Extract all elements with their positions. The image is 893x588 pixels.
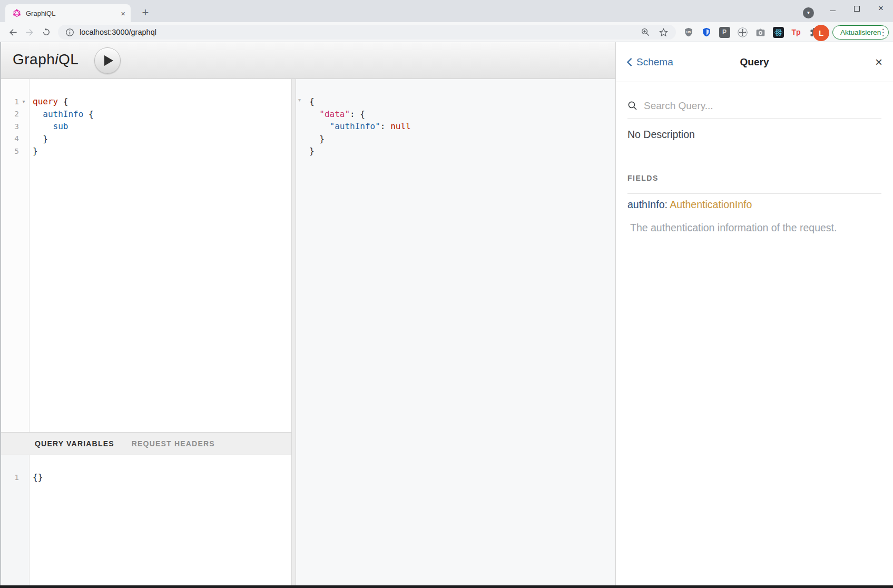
tampermonkey-tp-icon[interactable]: Tp — [790, 26, 802, 38]
screenshot-camera-icon[interactable] — [754, 26, 766, 38]
url-bar[interactable]: localhost:3000/graphql — [58, 25, 676, 40]
doc-explorer-header: Schema Query × — [616, 42, 893, 82]
tab-title: GraphiQL — [26, 9, 121, 17]
p-extension-icon[interactable]: P — [719, 26, 730, 38]
back-icon[interactable] — [6, 26, 19, 38]
reload-icon[interactable] — [40, 26, 53, 38]
field-description: The authentication information of the re… — [630, 222, 881, 234]
page-info-icon[interactable] — [65, 28, 74, 37]
forward-icon[interactable] — [23, 26, 36, 38]
execute-query-button[interactable] — [94, 47, 121, 74]
result-pane: ▾ { "data": { "authInfo": null } } — [296, 79, 615, 585]
window-left-edge — [0, 42, 1, 585]
bookmark-star-icon[interactable] — [659, 27, 669, 37]
graphiql-logo: GraphiQL — [13, 51, 78, 68]
fields-heading: FIELDS — [627, 174, 881, 182]
line-number: 2 — [0, 110, 19, 118]
fold-arrow-icon[interactable]: ▾ — [298, 97, 301, 103]
docs-title: Query — [705, 56, 803, 68]
field-row: authInfo: AuthenticationInfo — [627, 199, 881, 211]
docs-body: No Description FIELDS authInfo: Authenti… — [616, 129, 893, 234]
field-type-link[interactable]: AuthenticationInfo — [670, 199, 752, 210]
svg-text:UD: UD — [686, 31, 691, 34]
type-description: No Description — [627, 129, 881, 141]
line-number: 1 — [0, 473, 19, 482]
new-tab-button[interactable]: + — [138, 5, 153, 20]
play-icon — [104, 55, 113, 66]
zoom-icon[interactable] — [641, 27, 650, 37]
browser-menu-icon[interactable]: ⋮ — [878, 25, 888, 39]
result-json: { "data": { "authInfo": null } } — [309, 95, 411, 158]
docs-close-icon[interactable]: × — [803, 57, 882, 67]
line-number: 5 — [0, 147, 19, 155]
docs-back-link[interactable]: Schema — [626, 56, 705, 68]
line-number: 1 — [0, 97, 19, 106]
chevron-left-icon — [626, 57, 633, 67]
tab-strip: GraphiQL × + ▼ × — [0, 0, 893, 22]
window-controls: × — [820, 0, 893, 17]
react-devtools-icon[interactable] — [772, 26, 784, 38]
move-tool-icon[interactable] — [737, 26, 748, 38]
maximize-button[interactable] — [845, 0, 869, 17]
variables-title-bar: QUERY VARIABLES REQUEST HEADERS — [0, 432, 291, 455]
bitwarden-shield-icon[interactable] — [701, 26, 712, 38]
window-close-button[interactable]: × — [869, 0, 893, 17]
line-number: 4 — [0, 134, 19, 143]
tab-query-variables[interactable]: QUERY VARIABLES — [35, 439, 114, 448]
variables-code[interactable]: {} — [33, 471, 43, 484]
graphql-logo-icon — [13, 9, 21, 17]
search-icon — [627, 101, 637, 111]
browser-window: GraphiQL × + ▼ × localhost:3000/graphql — [0, 0, 893, 588]
browser-toolbar: localhost:3000/graphql UD P — [0, 22, 893, 42]
fold-arrow-icon[interactable]: ▾ — [19, 99, 28, 104]
docs-search-row — [627, 82, 881, 119]
query-editor-pane[interactable]: 1▾ 2 3 4 5 query { authInfo { sub } } QU… — [0, 79, 291, 585]
query-code[interactable]: query { authInfo { sub } } — [33, 95, 94, 158]
url-text[interactable]: localhost:3000/graphql — [80, 28, 632, 36]
graphiql-topbar: GraphiQL Prettify Merge Copy History Sha… — [0, 42, 615, 79]
doc-explorer-panel: Schema Query × No Description FIELDS aut… — [615, 42, 893, 585]
variables-editor[interactable]: 1 {} — [0, 455, 291, 585]
browser-update-badge-icon[interactable]: ▼ — [803, 7, 814, 18]
variables-gutter: 1 — [0, 455, 30, 585]
minimize-button[interactable] — [820, 0, 845, 17]
tab-close-icon[interactable]: × — [121, 9, 125, 17]
pane-resize-handle[interactable] — [291, 79, 296, 585]
fields-divider — [627, 193, 881, 194]
docs-search-input[interactable] — [644, 100, 881, 112]
line-number: 3 — [0, 122, 19, 131]
tab-request-headers[interactable]: REQUEST HEADERS — [132, 439, 215, 448]
field-name-link[interactable]: authInfo — [627, 199, 664, 210]
browser-tab[interactable]: GraphiQL × — [5, 4, 131, 22]
taskbar-edge — [0, 585, 893, 588]
profile-avatar[interactable]: L — [813, 25, 829, 41]
editor-gutter: 1▾ 2 3 4 5 — [0, 79, 30, 432]
ublock-shield-icon[interactable]: UD — [683, 26, 694, 38]
